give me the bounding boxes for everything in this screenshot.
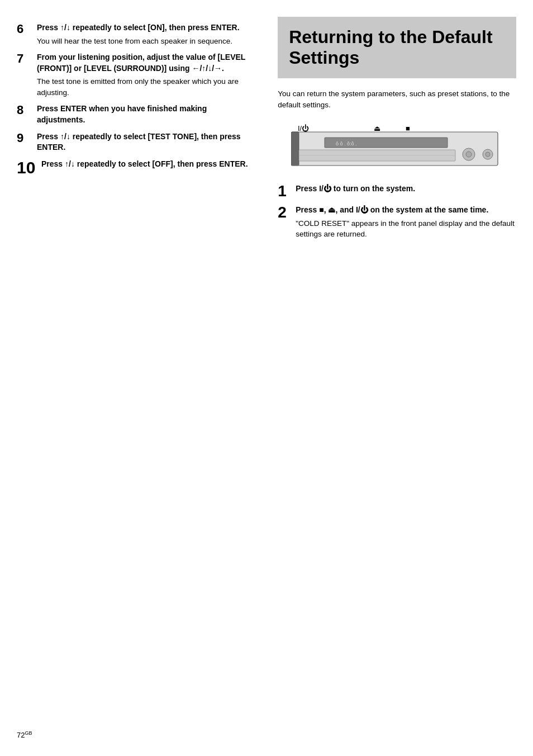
step-10-title: Press ↑/↓ repeatedly to select [OFF], th…: [41, 159, 250, 170]
device-image: I/⏻ ⏏ ■ ô ô . ô:ô .: [291, 121, 503, 171]
step-8-content: Press ENTER when you have finished makin…: [37, 103, 250, 125]
step-7-content: From your listening position, adjust the…: [37, 52, 250, 98]
step-6: 6 Press ↑/↓ repeatedly to select [ON], t…: [17, 22, 250, 46]
step-10-number: 10: [17, 159, 41, 176]
step-7-title: From your listening position, adjust the…: [37, 52, 250, 74]
step-7-desc: The test tone is emitted from only the s…: [37, 76, 250, 98]
device-illustration: I/⏻ ⏏ ■ ô ô . ô:ô .: [278, 121, 516, 171]
page-number: 72: [17, 731, 25, 739]
page-superscript: GB: [25, 730, 32, 736]
step-6-desc: You will hear the test tone from each sp…: [37, 36, 250, 47]
right-step-1-number: 1: [278, 183, 296, 199]
right-step-2-content: Press ■, ⏏, and I/⏻ on the system at the…: [296, 205, 516, 240]
svg-text:⏏: ⏏: [374, 124, 380, 133]
right-intro-text: You can return the system parameters, su…: [278, 88, 516, 111]
right-step-2-number: 2: [278, 205, 296, 220]
svg-point-12: [486, 152, 490, 157]
svg-text:I/⏻: I/⏻: [298, 124, 309, 133]
step-10-content: Press ↑/↓ repeatedly to select [OFF], th…: [41, 159, 250, 170]
step-6-content: Press ↑/↓ repeatedly to select [ON], the…: [37, 22, 250, 46]
right-step-2-title: Press ■, ⏏, and I/⏻ on the system at the…: [296, 205, 516, 216]
right-header-title: Returning to the Default Settings: [289, 27, 505, 68]
page-footer: 72GB: [17, 730, 32, 739]
step-7: 7 From your listening position, adjust t…: [17, 52, 250, 98]
right-step-1-content: Press I/⏻ to turn on the system.: [296, 183, 516, 195]
right-step-2: 2 Press ■, ⏏, and I/⏻ on the system at t…: [278, 205, 516, 240]
step-9-number: 9: [17, 132, 37, 144]
right-step-1-title: Press I/⏻ to turn on the system.: [296, 183, 516, 195]
right-step-1: 1 Press I/⏻ to turn on the system.: [278, 183, 516, 199]
step-8: 8 Press ENTER when you have finished mak…: [17, 103, 250, 125]
left-column: 6 Press ↑/↓ repeatedly to select [ON], t…: [17, 17, 266, 739]
svg-text:■: ■: [406, 124, 410, 133]
svg-rect-6: [291, 132, 299, 166]
right-step-2-desc: "COLD RESET" appears in the front panel …: [296, 218, 516, 240]
step-6-title: Press ↑/↓ repeatedly to select [ON], the…: [37, 22, 250, 34]
right-column: Returning to the Default Settings You ca…: [266, 17, 516, 739]
step-8-title: Press ENTER when you have finished makin…: [37, 103, 250, 125]
step-9-content: Press ↑/↓ repeatedly to select [TEST TON…: [37, 131, 250, 153]
page: 6 Press ↑/↓ repeatedly to select [ON], t…: [0, 0, 533, 756]
step-9-title: Press ↑/↓ repeatedly to select [TEST TON…: [37, 131, 250, 153]
svg-point-10: [466, 152, 472, 157]
step-9: 9 Press ↑/↓ repeatedly to select [TEST T…: [17, 131, 250, 153]
step-7-number: 7: [17, 53, 37, 65]
right-header-box: Returning to the Default Settings: [278, 17, 516, 78]
step-8-number: 8: [17, 104, 37, 116]
step-10: 10 Press ↑/↓ repeatedly to select [OFF],…: [17, 159, 250, 176]
step-6-number: 6: [17, 23, 37, 35]
svg-text:ô ô . ô:ô .: ô ô . ô:ô .: [336, 141, 357, 147]
